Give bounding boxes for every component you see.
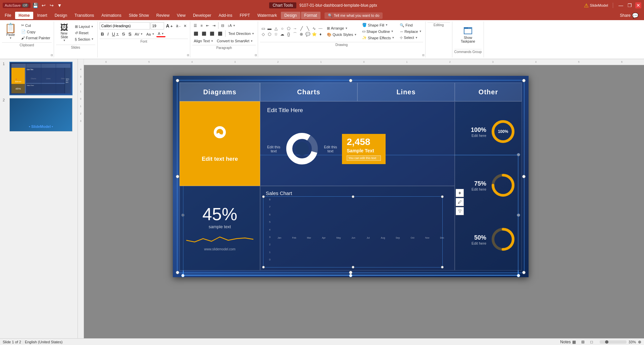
menu-review[interactable]: Review xyxy=(153,12,173,19)
underline-button[interactable]: U ▼ xyxy=(111,31,120,37)
cut-button[interactable]: ✂ Cut xyxy=(20,22,52,28)
font-color-button[interactable]: A ▼ xyxy=(156,31,165,37)
layout-button[interactable]: ⊞ Layout ▼ xyxy=(73,24,95,30)
shape-more[interactable]: ⋯ xyxy=(317,26,324,31)
fit-to-window-button[interactable]: ⊕ xyxy=(638,340,641,344)
indent-more-button[interactable]: ⇥ xyxy=(211,23,217,29)
shape-rect2[interactable]: ▬ xyxy=(266,26,273,31)
show-taskpane-button[interactable]: 🗔 Show Taskpane xyxy=(454,21,482,48)
change-case-button[interactable]: Aa ▼ xyxy=(145,32,156,37)
shape-bracket[interactable]: {} xyxy=(286,32,292,37)
font-clear-button[interactable]: ✕ xyxy=(182,23,188,29)
indent-less-button[interactable]: ⇤ xyxy=(205,23,210,29)
view-reading-button[interactable]: □ xyxy=(588,339,595,345)
replace-button[interactable]: ↔ Replace ▼ xyxy=(398,29,423,34)
minimize-button[interactable]: — xyxy=(618,2,624,8)
customize-icon[interactable]: ▼ xyxy=(57,2,63,8)
close-button[interactable]: ✕ xyxy=(635,2,641,8)
slide-2-preview[interactable]: • SlideModel • xyxy=(9,98,72,132)
shape-circ[interactable]: ○ xyxy=(279,26,285,31)
slide-1-thumb[interactable]: 1 Diagrams Charts Lines Other 📍Edit text… xyxy=(3,62,75,95)
undo-icon[interactable]: ↩ xyxy=(41,2,47,8)
char-spacing-button[interactable]: AV ▼ xyxy=(133,32,144,37)
copy-button[interactable]: 📄 Copy xyxy=(20,29,52,35)
text-dir-button[interactable]: ↕A ▼ xyxy=(226,23,237,28)
shape-line2[interactable]: ╲ xyxy=(305,26,311,31)
bold-button[interactable]: B xyxy=(100,31,105,37)
shape-effects-button[interactable]: ✨ Shape Effects ▼ xyxy=(361,35,396,41)
autosave-button[interactable]: AutoSave Off xyxy=(3,3,31,8)
shape-pentagon[interactable]: ⬠ xyxy=(286,26,292,31)
align-left-button[interactable]: ⬛ xyxy=(192,31,200,37)
shadow-button[interactable]: S xyxy=(127,31,133,37)
select-button[interactable]: ⊹ Select ▼ xyxy=(398,35,423,41)
restore-button[interactable]: ❐ xyxy=(627,2,633,8)
shape-banner[interactable]: ⭐ xyxy=(311,32,317,37)
quick-styles-button[interactable]: 🎨 Quick Styles ▼ xyxy=(326,32,358,38)
share-button[interactable]: Share 💬 xyxy=(616,12,643,19)
shape-flow[interactable]: ⊗ xyxy=(298,32,304,37)
slide-canvas[interactable]: Diagrams Charts Lines Other xyxy=(173,76,529,277)
menu-animations[interactable]: Animations xyxy=(98,12,125,19)
arrange-button[interactable]: ⊞ Arrange ▼ xyxy=(326,26,358,31)
sales-chart-cell[interactable]: + 🖊 ▽ Sales Chart xyxy=(260,186,455,270)
reset-button[interactable]: ↺ Reset xyxy=(73,30,95,36)
menu-insert[interactable]: Insert xyxy=(34,12,51,19)
bullets-button[interactable]: ☰ xyxy=(192,23,198,29)
align-text-button[interactable]: Align Text ▼ xyxy=(192,38,214,44)
format-painter-button[interactable]: 🖌 Format Painter xyxy=(20,35,52,41)
shape-tri[interactable]: △ xyxy=(273,26,279,31)
justify-button[interactable]: ⬛ xyxy=(216,31,224,37)
font-expand-icon[interactable]: ⊡ xyxy=(187,54,189,57)
shape-misc[interactable]: ♦ xyxy=(317,32,324,37)
save-icon[interactable]: 💾 xyxy=(33,2,39,8)
shape-rect[interactable]: ▭ xyxy=(260,26,266,31)
menu-slideshow[interactable]: Slide Show xyxy=(126,12,152,19)
convert-smartart-button[interactable]: Convert to SmartArt ▼ xyxy=(215,38,254,44)
menu-design2[interactable]: Design xyxy=(281,12,300,19)
canvas-area[interactable]: 6543210123456 xyxy=(84,59,644,338)
font-shrink-button[interactable]: a- xyxy=(175,23,182,29)
diagrams-top-cell[interactable]: Edit text here xyxy=(180,101,260,186)
italic-button[interactable]: I xyxy=(106,31,110,37)
zoom-slider[interactable] xyxy=(600,340,627,344)
font-name-input[interactable] xyxy=(100,22,150,30)
view-normal-button[interactable]: ▦ xyxy=(571,339,578,345)
menu-transitions[interactable]: Transitions xyxy=(71,12,97,19)
numbering-button[interactable]: ≡ xyxy=(199,23,204,28)
shape-outline-button[interactable]: ▭ Shape Outline ▼ xyxy=(361,29,396,34)
shape-diamond[interactable]: ◇ xyxy=(260,32,266,37)
shape-star[interactable]: ☆ xyxy=(273,32,279,37)
slide-2-thumb[interactable]: 2 • SlideModel • xyxy=(3,98,75,132)
find-button[interactable]: 🔍 Find xyxy=(398,22,423,28)
shape-callout[interactable]: 💬 xyxy=(305,32,311,37)
font-size-input[interactable] xyxy=(151,22,164,30)
menu-home[interactable]: Home xyxy=(15,12,33,19)
paragraph-expand-icon[interactable]: ⊡ xyxy=(255,54,257,57)
drawing-expand-icon[interactable]: ⊡ xyxy=(422,54,425,57)
shape-line[interactable]: ╱ xyxy=(298,26,304,31)
view-slide-sorter-button[interactable]: ⊞ xyxy=(580,339,586,345)
align-right-button[interactable]: ⬛ xyxy=(208,31,216,37)
menu-file[interactable]: File xyxy=(1,12,14,19)
paste-button[interactable]: 📋 Paste ▼ xyxy=(2,22,19,41)
notes-button[interactable]: Notes xyxy=(562,339,569,345)
menu-developer[interactable]: Developer xyxy=(190,12,215,19)
shape-arrow[interactable]: → xyxy=(292,26,298,31)
clipboard-expand-icon[interactable]: ⊡ xyxy=(51,54,53,57)
charts-top-cell[interactable]: Edit Title Here Edit thistext xyxy=(260,101,455,186)
shape-curve[interactable]: ∿ xyxy=(311,26,317,31)
stats-card[interactable]: 2,458 Sample Text You can edit this text xyxy=(342,134,386,164)
menu-format[interactable]: Format xyxy=(301,12,320,19)
section-button[interactable]: § Section ▼ xyxy=(73,37,95,42)
menu-fppt[interactable]: FPPT xyxy=(236,12,253,19)
columns-button[interactable]: ⊟ xyxy=(220,23,226,29)
strikethrough-button[interactable]: S xyxy=(121,31,127,37)
text-dir-v-button[interactable]: Text Direction ▼ xyxy=(227,31,256,36)
shape-cloud[interactable]: ☁ xyxy=(279,32,285,37)
menu-addins[interactable]: Add-ins xyxy=(215,12,236,19)
menu-watermark[interactable]: Watermark xyxy=(254,12,280,19)
slidemodel-button[interactable]: ⚠ SlideModel xyxy=(584,2,608,9)
chart-filter-button[interactable]: 🖊 xyxy=(456,198,464,206)
menu-design[interactable]: Design xyxy=(51,12,70,19)
